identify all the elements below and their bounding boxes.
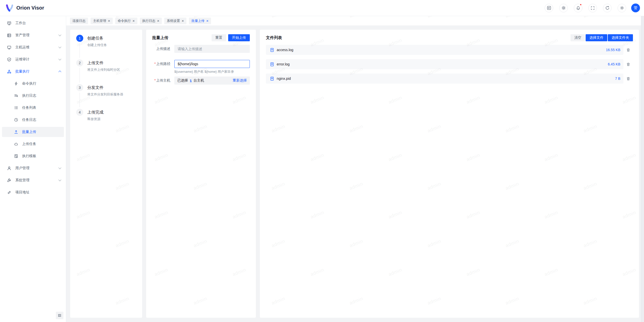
scrollbar[interactable]	[641, 16, 644, 322]
close-icon[interactable]: ×	[182, 19, 184, 23]
close-icon[interactable]: ×	[206, 19, 209, 23]
start-upload-button[interactable]: 开始上传	[228, 34, 250, 41]
log-search-icon	[14, 94, 18, 98]
file-row: nginx.pid 7 B	[266, 74, 623, 84]
chevron-up-icon	[58, 70, 61, 73]
file-line: error.log 6.45 KB	[266, 59, 633, 69]
step-number: 2	[76, 59, 83, 66]
steps-panel: 1 创建任务 创建上传任务 2 上传文件 将文件上传到临时分区 3 分发文件 将…	[70, 30, 142, 318]
file-row: access.log 16.55 KB	[266, 45, 623, 55]
sidebar-item-system-management[interactable]: 系统管理	[2, 175, 64, 185]
step-title: 分发文件	[87, 84, 136, 91]
upload-desc-input[interactable]	[174, 45, 250, 53]
chevron-down-icon	[58, 57, 61, 60]
step-desc: 将文件分发到目标服务器	[87, 92, 136, 97]
file-size: 6.45 KB	[608, 62, 620, 66]
logo-v-icon	[6, 4, 14, 12]
shield-check-icon	[7, 57, 11, 62]
sidebar-item-batch-upload[interactable]: 批量上传	[2, 127, 64, 137]
step-upload-files: 2 上传文件 将文件上传到临时分区	[76, 59, 136, 84]
fullscreen-icon[interactable]	[588, 4, 597, 12]
avatar[interactable]: 管	[631, 4, 640, 12]
file-name: error.log	[277, 62, 290, 66]
sidebar-item-asset-management[interactable]: 资产管理	[2, 30, 64, 40]
delete-file-icon[interactable]	[623, 48, 633, 52]
content: 1 创建任务 创建上传任务 2 上传文件 将文件上传到临时分区 3 分发文件 将…	[66, 25, 644, 322]
theme-icon[interactable]	[559, 4, 568, 12]
upload-desc-label: 上传描述	[152, 47, 170, 51]
user-icon	[7, 166, 11, 170]
tab-command-execution[interactable]: 命令执行×	[115, 18, 137, 24]
step-number: 3	[76, 84, 83, 91]
clear-files-button[interactable]: 清空	[571, 34, 585, 41]
wrench-icon	[7, 178, 11, 183]
delete-file-icon[interactable]	[623, 77, 633, 81]
code-square-icon[interactable]	[545, 4, 553, 12]
tab-execution-logs[interactable]: 执行日志×	[140, 18, 162, 24]
tab-batch-upload[interactable]: 批量上传×	[189, 18, 211, 24]
selected-hosts-box: 已选择 1 台主机 重新选择	[174, 77, 250, 85]
file-name: access.log	[277, 48, 293, 52]
sidebar-item-workbench[interactable]: 工作台	[2, 18, 64, 28]
sidebar-item-execution-logs[interactable]: 执行日志	[2, 91, 64, 101]
collapse-sidebar-button[interactable]	[56, 312, 63, 319]
step-number: 1	[76, 35, 83, 42]
notification-badge	[580, 4, 582, 6]
sidebar-item-execution-templates[interactable]: 执行模板	[2, 151, 64, 161]
select-folder-button[interactable]: 选择文件夹	[608, 34, 633, 41]
required-marker: *	[154, 62, 156, 66]
topbar-actions: 管	[539, 4, 640, 12]
step-upload-complete: 4 上传完成 释放资源	[76, 109, 136, 121]
notifications-icon[interactable]	[574, 4, 582, 12]
file-row: error.log 6.45 KB	[266, 59, 623, 69]
step-title: 上传完成	[87, 109, 136, 116]
step-title: 上传文件	[87, 59, 136, 66]
main-area: adminadminadminadminadminadminadminadmin…	[66, 16, 644, 322]
chevron-down-icon	[58, 45, 61, 48]
lightning-icon	[14, 82, 18, 86]
close-icon[interactable]: ×	[157, 19, 159, 23]
refresh-icon[interactable]	[603, 4, 612, 12]
tab-host-management[interactable]: 主机管理×	[91, 18, 113, 24]
file-line: access.log 16.55 KB	[266, 45, 633, 55]
clock-icon	[14, 118, 18, 122]
file-icon	[270, 48, 274, 52]
reset-button[interactable]: 重置	[212, 34, 226, 41]
close-icon[interactable]: ×	[108, 19, 110, 23]
batch-upload-panel: 批量上传 重置 开始上传 上传描述 *上传路径 ${username} 用户名 …	[146, 30, 256, 318]
template-icon	[14, 154, 18, 158]
sidebar-item-command-execution[interactable]: 命令执行	[2, 79, 64, 89]
sidebar-item-upload-tasks[interactable]: 上传任务	[2, 139, 64, 149]
delete-file-icon[interactable]	[623, 62, 633, 66]
sidebar-item-ops-audit[interactable]: 运维审计	[2, 54, 64, 64]
chevron-down-icon	[58, 178, 61, 181]
tab-bar: 连接日志 主机管理× 命令执行× 执行日志× 系统设置× 批量上传×	[66, 16, 644, 25]
settings-icon[interactable]	[618, 4, 626, 12]
sidebar-item-batch-execution[interactable]: 批量执行	[2, 66, 64, 77]
step-desc: 释放资源	[87, 117, 136, 121]
tab-connection-logs[interactable]: 连接日志	[70, 18, 88, 24]
required-marker: *	[154, 78, 156, 82]
tab-system-settings[interactable]: 系统设置×	[164, 18, 186, 24]
sidebar-item-host-ops[interactable]: 主机运维	[2, 42, 64, 52]
panel-title: 文件列表	[266, 35, 282, 41]
sidebar-item-task-logs[interactable]: 任务日志	[2, 115, 64, 125]
file-icon	[270, 77, 274, 81]
app-title: Orion Visor	[16, 5, 44, 11]
upload-path-input[interactable]	[174, 60, 250, 68]
link-icon	[7, 190, 11, 195]
dashboard-icon	[7, 21, 11, 25]
close-icon[interactable]: ×	[133, 19, 135, 23]
upload-path-hint: ${username} 用户名 ${home} 用户家目录	[174, 69, 250, 74]
cluster-icon	[7, 69, 11, 74]
sidebar-item-task-list[interactable]: 任务列表	[2, 103, 64, 113]
sidebar-item-project-url[interactable]: 项目地址	[2, 187, 64, 197]
step-create-task: 1 创建任务 创建上传任务	[76, 35, 136, 59]
reselect-hosts-link[interactable]: 重新选择	[233, 78, 247, 83]
cloud-icon	[14, 142, 18, 146]
panel-title: 批量上传	[152, 35, 168, 41]
selected-host-count: 1	[190, 79, 192, 83]
sidebar-item-user-management[interactable]: 用户管理	[2, 163, 64, 173]
select-files-button[interactable]: 选择文件	[586, 34, 607, 41]
step-distribute-files: 3 分发文件 将文件分发到目标服务器	[76, 84, 136, 109]
